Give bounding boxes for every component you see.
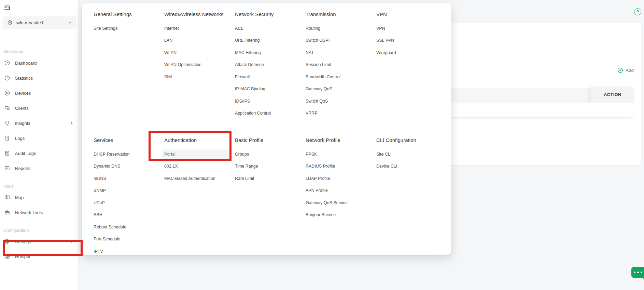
menu-item-label: Session Limit xyxy=(303,60,370,69)
menu-column-title: Transmission xyxy=(306,11,376,18)
menu-item-bonjour-service[interactable]: Bonjour Service xyxy=(303,209,370,221)
menu-item-dhcp-reservation[interactable]: DHCP Reservation xyxy=(91,148,158,160)
menu-item-label: IDS/IPS xyxy=(232,96,300,106)
menu-item-firewall[interactable]: Firewall xyxy=(232,71,300,83)
sidebar-item-settings[interactable]: Settings xyxy=(0,234,78,249)
sidebar-item-reports[interactable]: Reports xyxy=(0,161,78,176)
menu-item-apn-profile[interactable]: APN Profile xyxy=(303,185,370,197)
sidebar-item-dashboard[interactable]: Dashboard xyxy=(0,55,78,70)
divider xyxy=(164,147,227,147)
help-icon[interactable]: ? xyxy=(634,8,641,15)
menu-item-label: VRRP xyxy=(303,108,370,118)
chat-bubble-icon[interactable] xyxy=(631,267,644,278)
menu-item-802-1x[interactable]: 802.1X xyxy=(162,160,229,173)
menu-item-wireguard[interactable]: Wireguard xyxy=(374,47,441,59)
logs-icon xyxy=(4,135,10,141)
add-button-label: Add xyxy=(626,68,634,73)
menu-item-gateway-qos-service[interactable]: Gateway QoS Service xyxy=(303,197,370,209)
site-name: wfc-dev-site1 xyxy=(16,20,68,25)
menu-item-label: NAT xyxy=(303,48,370,57)
menu-item-label: LAN xyxy=(162,36,229,45)
menu-item-nat[interactable]: NAT xyxy=(303,47,370,59)
menu-item-ppsk[interactable]: PPSK xyxy=(303,148,370,160)
menu-item-mac-filtering[interactable]: MAC Filtering xyxy=(232,47,300,59)
menu-item-label: Wireguard xyxy=(374,48,441,57)
menu-item-time-range[interactable]: Time Range xyxy=(232,160,300,173)
menu-item-portal[interactable]: Portal xyxy=(162,148,229,160)
menu-item-label: SSH xyxy=(91,210,158,220)
menu-item-internet[interactable]: Internet xyxy=(162,22,229,35)
menu-item-wlan-optimization[interactable]: WLAN Optimization xyxy=(162,59,229,71)
menu-item-ldap-profile[interactable]: LDAP Profile xyxy=(303,172,370,185)
menu-item-label: Port Schedule xyxy=(91,234,158,244)
menu-item-label: Gateway QoS xyxy=(303,84,370,94)
sidebar-item-statistics[interactable]: Statistics xyxy=(0,70,78,85)
menu-item-lan[interactable]: LAN xyxy=(162,35,229,47)
menu-item-label: Bandwidth Control xyxy=(303,72,370,82)
menu-row-top: General SettingsSite SettingsWired&Wirel… xyxy=(94,11,447,119)
sidebar-item-hotspot[interactable]: Hotspot xyxy=(0,249,78,264)
menu-item-application-control[interactable]: Application Control xyxy=(232,107,300,120)
menu-item-attack-defense[interactable]: Attack Defense xyxy=(232,59,300,71)
menu-item-ssh[interactable]: SSH xyxy=(91,209,158,221)
add-button[interactable]: Add xyxy=(617,67,634,73)
menu-item-site-settings[interactable]: Site Settings xyxy=(91,22,158,35)
site-selector[interactable]: wfc-dev-site1 xyxy=(3,16,76,29)
menu-item-bandwidth-control[interactable]: Bandwidth Control xyxy=(303,71,370,83)
sidebar-item-network-tools[interactable]: Network Tools xyxy=(0,205,78,220)
divider xyxy=(94,21,156,21)
menu-item-dynamic-dns[interactable]: Dynamic DNS xyxy=(91,160,158,173)
menu-row-bottom: ServicesDHCP ReservationDynamic DNSmDNSS… xyxy=(94,137,447,258)
menu-item-vrrp[interactable]: VRRP xyxy=(303,107,370,120)
settings-gear-icon xyxy=(4,238,10,245)
menu-item-url-filtering[interactable]: URL Filtering xyxy=(232,35,300,47)
sidebar-item-audit-logs[interactable]: Audit Logs xyxy=(0,146,78,161)
menu-column-title: Network Profile xyxy=(306,137,376,144)
menu-item-acl[interactable]: ACL xyxy=(232,22,300,35)
menu-item-label: SIM xyxy=(162,72,229,82)
sidebar-item-map[interactable]: Map xyxy=(0,190,78,205)
menu-item-switch-ospf[interactable]: Switch OSPF xyxy=(303,35,370,47)
menu-item-site-cli[interactable]: Site CLI xyxy=(374,148,441,160)
menu-item-wlan[interactable]: WLAN xyxy=(162,47,229,59)
menu-item-ssl-vpn[interactable]: SSL VPN xyxy=(374,35,441,47)
menu-item-ip-mac-binding[interactable]: IP-MAC Binding xyxy=(232,83,300,95)
sidebar-item-insights[interactable]: Insights xyxy=(0,116,78,131)
menu-item-reboot-schedule[interactable]: Reboot Schedule xyxy=(91,221,158,233)
menu-item-mdns[interactable]: mDNS xyxy=(91,172,158,185)
menu-item-mac-based-authentication[interactable]: MAC-Based Authentication xyxy=(162,172,229,185)
menu-item-label: Portal xyxy=(162,149,229,159)
menu-item-label: Internet xyxy=(162,24,229,33)
menu-item-ids-ips[interactable]: IDS/IPS xyxy=(232,95,300,107)
menu-item-routing[interactable]: Routing xyxy=(303,22,370,35)
menu-item-device-cli[interactable]: Device CLI xyxy=(374,160,441,173)
menu-item-rate-limit[interactable]: Rate Limit xyxy=(232,172,300,185)
menu-fold-icon[interactable] xyxy=(3,4,11,12)
sidebar-item-label: Devices xyxy=(15,91,73,96)
sidebar-item-label: Map xyxy=(15,195,73,200)
menu-item-port-schedule[interactable]: Port Schedule xyxy=(91,233,158,246)
sidebar-item-logs[interactable]: Logs xyxy=(0,131,78,146)
menu-item-label: Device CLI xyxy=(374,161,441,171)
menu-item-radius-profile[interactable]: RADIUS Profile xyxy=(303,160,370,173)
nav-section-label-tools: Tools xyxy=(3,183,78,190)
menu-item-vpn[interactable]: VPN xyxy=(374,22,441,35)
menu-item-label: PPSK xyxy=(303,149,370,159)
menu-item-label: Site CLI xyxy=(374,149,441,159)
menu-item-gateway-qos[interactable]: Gateway QoS xyxy=(303,83,370,95)
menu-item-sim[interactable]: SIM xyxy=(162,71,229,83)
menu-item-groups[interactable]: Groups xyxy=(232,148,300,160)
sidebar-item-clients[interactable]: Clients xyxy=(0,101,78,116)
menu-item-session-limit[interactable]: Session Limit xyxy=(303,59,370,71)
menu-item-snmp[interactable]: SNMP xyxy=(91,185,158,197)
menu-column-basic-profile: Basic ProfileGroupsTime RangeRate Limit xyxy=(235,137,306,258)
chat-bubble-tail xyxy=(642,277,644,280)
menu-item-iptv[interactable]: IPTV xyxy=(91,245,158,258)
menu-item-upnp[interactable]: UPnP xyxy=(91,197,158,209)
sidebar-item-label: Dashboard xyxy=(15,61,73,66)
insights-icon xyxy=(4,120,10,126)
menu-item-label: Routing xyxy=(303,24,370,33)
menu-item-label: LDAP Profile xyxy=(303,174,370,183)
menu-item-switch-qos[interactable]: Switch QoS xyxy=(303,95,370,107)
sidebar-item-devices[interactable]: Devices xyxy=(0,85,78,101)
